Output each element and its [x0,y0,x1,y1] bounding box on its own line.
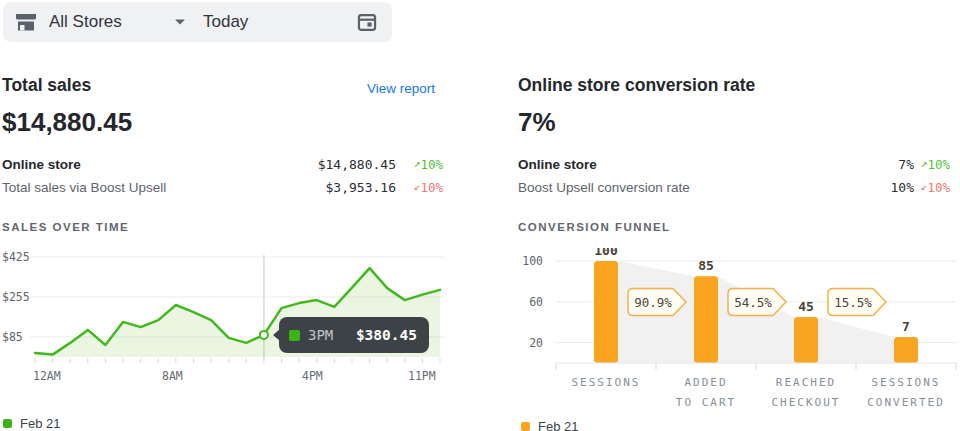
funnel-category-label: ADDEDTO CART [656,373,756,413]
x-axis-label: 11PM [408,369,436,383]
legend-label: Feb 21 [538,419,578,431]
metric-value: 7% [898,157,914,172]
delta-value: 10% [927,157,950,172]
funnel-category-label: SESSIONS [556,373,656,413]
chevron-down-icon [173,18,187,26]
metric-row: Online store $14,880.45 ↗10% [2,153,443,176]
total-sales-breakdown: Online store $14,880.45 ↗10% Total sales… [2,153,443,199]
sales-chart-legend: Feb 21 [3,416,60,431]
conversion-funnel-heading: CONVERSION FUNNEL [518,221,671,233]
svg-text:54.5%: 54.5% [734,295,772,310]
date-range-button[interactable]: Today [187,2,392,42]
conversion-funnel-chart[interactable]: 20601001008545790.9%54.5%15.5% [515,248,960,372]
svg-text:15.5%: 15.5% [834,295,872,310]
funnel-category-label: SESSIONSCONVERTED [856,373,956,413]
x-axis-label: 8AM [162,369,183,383]
trend-down-icon: ↙ [921,180,928,193]
delta-value: 10% [420,180,443,195]
chart-tooltip: 3PM $380.45 [279,317,429,353]
funnel-category-label: REACHEDCHECKOUT [756,373,856,413]
funnel-chart-legend: Feb 21 [521,419,578,431]
metric-label: Total sales via Boost Upsell [2,180,326,195]
calendar-icon [356,11,378,33]
storefront-icon [15,12,37,32]
svg-text:100: 100 [522,254,543,268]
metric-value: $3,953.16 [326,180,396,195]
legend-swatch [521,422,530,431]
date-range-label: Today [203,12,248,32]
svg-text:100: 100 [594,248,618,258]
svg-text:45: 45 [798,299,814,314]
sales-over-time-heading: SALES OVER TIME [2,221,129,233]
tooltip-value: $380.45 [356,327,417,343]
metric-row: Online store 7% ↗10% [518,153,950,176]
analytics-dashboard: All Stores Today Total sales View report… [0,0,960,431]
metric-delta: ↗10% [396,157,443,172]
conversion-breakdown: Online store 7% ↗10% Boost Upsell conver… [518,153,950,199]
metric-delta: ↙10% [914,180,950,195]
svg-text:7: 7 [902,319,910,334]
tooltip-time: 3PM [308,327,333,343]
conversion-rate-title: Online store conversion rate [518,75,755,96]
legend-swatch [3,419,12,428]
metric-value: $14,880.45 [318,157,396,172]
metric-delta: ↗10% [914,157,950,172]
series-color-swatch [289,330,300,341]
svg-text:$85: $85 [2,330,23,344]
metric-row: Total sales via Boost Upsell $3,953.16 ↙… [2,176,443,199]
svg-text:90.9%: 90.9% [634,295,672,310]
metric-row: Boost Upsell conversion rate 10% ↙10% [518,176,950,199]
total-sales-title: Total sales [2,75,91,96]
delta-value: 10% [927,180,950,195]
funnel-category-labels: SESSIONSADDEDTO CARTREACHEDCHECKOUTSESSI… [556,373,956,413]
metric-label: Boost Upsell conversion rate [518,180,891,195]
total-sales-value: $14,880.45 [2,107,132,138]
legend-label: Feb 21 [20,416,60,431]
trend-down-icon: ↙ [414,180,421,193]
svg-text:85: 85 [698,258,714,273]
svg-text:20: 20 [529,336,543,350]
store-selector-label: All Stores [49,12,122,32]
svg-text:60: 60 [529,295,543,309]
trend-up-icon: ↗ [921,157,928,170]
metric-label: Online store [2,157,318,172]
metric-label: Online store [518,157,898,172]
store-selector-button[interactable]: All Stores [3,2,201,42]
x-axis-label: 12AM [33,369,61,383]
metric-delta: ↙10% [396,180,443,195]
delta-value: 10% [420,157,443,172]
x-axis-label: 4PM [302,369,323,383]
conversion-rate-value: 7% [518,107,556,138]
view-report-link[interactable]: View report [367,81,435,96]
svg-text:$255: $255 [2,290,30,304]
metric-value: 10% [891,180,914,195]
svg-text:$425: $425 [2,250,30,264]
trend-up-icon: ↗ [414,157,421,170]
